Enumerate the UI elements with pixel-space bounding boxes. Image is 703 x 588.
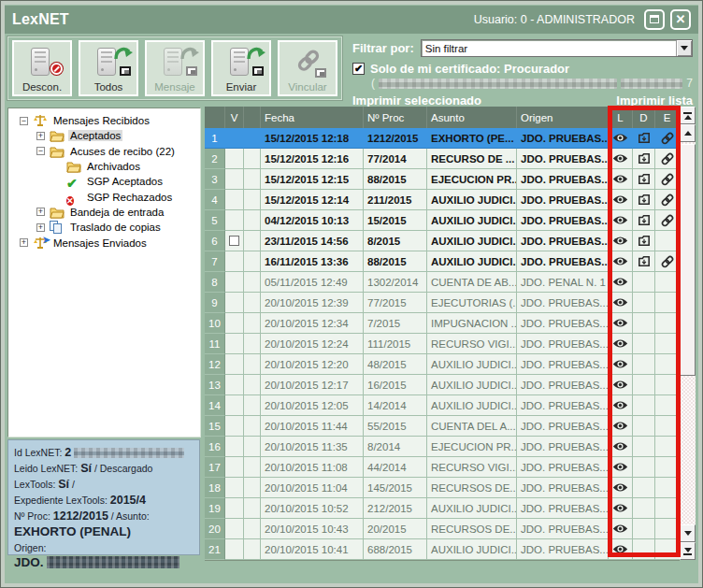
row-v-cell[interactable]	[225, 169, 244, 190]
download-message-icon[interactable]	[633, 457, 655, 478]
tree-expander[interactable]: +	[36, 132, 45, 140]
scroll-down-button[interactable]	[680, 524, 696, 542]
download-message-icon[interactable]	[633, 293, 655, 313]
tree-item-sgp-aceptados[interactable]: ✔ SGP Aceptados	[14, 174, 198, 189]
toolbar-button-mensaje[interactable]: Mensaje	[145, 40, 205, 96]
table-row[interactable]: 1 15/12/2015 12:18 1212/2015 EXHORTO (PE…	[205, 128, 680, 149]
view-message-icon[interactable]	[609, 478, 633, 498]
row-v-cell[interactable]	[225, 149, 244, 169]
table-row[interactable]: 12 20/10/2015 12:20 48/2015 AUXILIO JUDI…	[205, 354, 680, 375]
table-row[interactable]: 6 23/11/2015 14:56 8/2015 AUXILIO JUDICI…	[205, 231, 680, 251]
row-v-cell[interactable]	[225, 457, 244, 478]
table-row[interactable]: 5 04/12/2015 10:13 15/2015 AUXILIO JUDIC…	[205, 210, 680, 231]
link-attachment-icon[interactable]	[655, 128, 680, 149]
table-row[interactable]: 21 20/10/2015 10:41 688/2015 AUXILIO JUD…	[205, 539, 680, 560]
row-v-cell[interactable]	[225, 190, 244, 210]
link-attachment-icon[interactable]	[655, 354, 680, 375]
view-message-icon[interactable]	[609, 272, 633, 293]
view-message-icon[interactable]	[609, 395, 633, 416]
tree-item-traslado-de-copias[interactable]: + Traslado de copias	[14, 220, 198, 235]
scroll-up-button[interactable]	[680, 124, 696, 142]
view-message-icon[interactable]	[609, 354, 633, 375]
toolbar-button-descon[interactable]: Descon.	[12, 40, 72, 96]
row-v-cell[interactable]	[225, 519, 244, 539]
header-v[interactable]: V	[225, 107, 244, 128]
tree-expander[interactable]: −	[20, 117, 28, 125]
link-attachment-icon[interactable]	[655, 478, 680, 498]
link-attachment-icon[interactable]	[655, 395, 680, 416]
header-e[interactable]: E	[655, 107, 680, 128]
view-message-icon[interactable]	[609, 231, 633, 251]
link-attachment-icon[interactable]	[655, 251, 680, 272]
header-fecha[interactable]: Fecha	[261, 107, 364, 128]
download-message-icon[interactable]	[633, 149, 655, 169]
download-message-icon[interactable]	[633, 519, 655, 539]
tree-item-aceptados[interactable]: + Aceptados	[14, 128, 198, 143]
scroll-to-top-button[interactable]	[680, 107, 696, 124]
view-message-icon[interactable]	[609, 313, 633, 334]
table-row[interactable]: 2 15/12/2015 12:16 77/2014 RECURSO DE ..…	[205, 149, 680, 169]
header-origen[interactable]: Origen	[517, 107, 609, 128]
scroll-to-bottom-button[interactable]	[680, 542, 696, 560]
download-message-icon[interactable]	[633, 395, 655, 416]
tree-expander[interactable]: +	[36, 208, 45, 216]
link-attachment-icon[interactable]	[655, 313, 680, 334]
link-attachment-icon[interactable]	[655, 437, 680, 457]
tree-item-mensajes-enviados[interactable]: + ➤ Mensajes Enviados	[14, 235, 198, 250]
view-message-icon[interactable]	[609, 210, 633, 231]
header-l[interactable]: L	[609, 107, 633, 128]
view-message-icon[interactable]	[609, 149, 633, 169]
tree-item-acuses-de-recibo-22-[interactable]: − Acuses de recibo (22)	[14, 144, 198, 159]
view-message-icon[interactable]	[609, 251, 633, 272]
header-asunto[interactable]: Asunto	[427, 107, 517, 128]
view-message-icon[interactable]	[609, 519, 633, 539]
link-attachment-icon[interactable]	[655, 416, 680, 437]
table-row[interactable]: 4 15/12/2015 12:14 211/2015 AUXILIO JUDI…	[205, 190, 680, 210]
view-message-icon[interactable]	[609, 293, 633, 313]
download-message-icon[interactable]	[633, 169, 655, 190]
link-attachment-icon[interactable]	[655, 169, 680, 190]
view-message-icon[interactable]	[609, 128, 633, 149]
row-v-cell[interactable]	[225, 272, 244, 293]
close-button[interactable]: ✕	[670, 9, 691, 30]
table-row[interactable]: 16 20/10/2015 11:35 8/2014 EJECUCION PR.…	[205, 437, 680, 457]
download-message-icon[interactable]	[633, 313, 655, 334]
print-list-link[interactable]: Imprimir lista	[616, 93, 693, 108]
row-v-cell[interactable]	[225, 210, 244, 231]
view-message-icon[interactable]	[609, 539, 633, 560]
download-message-icon[interactable]	[633, 231, 655, 251]
view-message-icon[interactable]	[609, 498, 633, 519]
download-message-icon[interactable]	[633, 354, 655, 375]
row-v-cell[interactable]	[225, 395, 244, 416]
row-v-cell[interactable]	[225, 128, 244, 149]
row-v-cell[interactable]	[225, 231, 244, 251]
download-message-icon[interactable]	[633, 272, 655, 293]
download-message-icon[interactable]	[633, 128, 655, 149]
link-attachment-icon[interactable]	[655, 334, 680, 354]
download-message-icon[interactable]	[633, 190, 655, 210]
link-attachment-icon[interactable]	[655, 149, 680, 169]
download-message-icon[interactable]	[633, 416, 655, 437]
download-message-icon[interactable]	[633, 210, 655, 231]
table-row[interactable]: 15 20/10/2015 11:44 55/2015 CUENTA DEL A…	[205, 416, 680, 437]
row-v-cell[interactable]	[225, 251, 244, 272]
row-v-cell[interactable]	[225, 416, 244, 437]
maximize-button[interactable]	[644, 9, 665, 30]
view-message-icon[interactable]	[609, 334, 633, 354]
view-message-icon[interactable]	[609, 169, 633, 190]
row-v-cell[interactable]	[225, 354, 244, 375]
view-message-icon[interactable]	[609, 457, 633, 478]
link-attachment-icon[interactable]	[655, 375, 680, 395]
header-d[interactable]: D	[633, 107, 655, 128]
toolbar-button-enviar[interactable]: Enviar	[211, 40, 271, 96]
table-row[interactable]: 9 20/10/2015 12:39 77/2015 EJECUTORIAS (…	[205, 293, 680, 313]
print-selected-link[interactable]: Imprimir seleccionado	[352, 93, 481, 108]
table-row[interactable]: 3 15/12/2015 12:15 88/2015 EJECUCION PR.…	[205, 169, 680, 190]
table-row[interactable]: 13 20/10/2015 12:17 16/2015 AUXILIO JUDI…	[205, 375, 680, 395]
table-row[interactable]: 7 16/11/2015 13:36 88/2015 AUXILIO JUDIC…	[205, 251, 680, 272]
link-attachment-icon[interactable]	[655, 539, 680, 560]
view-message-icon[interactable]	[609, 190, 633, 210]
toolbar-button-vincular[interactable]: Vincular	[278, 40, 337, 96]
row-v-cell[interactable]	[225, 437, 244, 457]
toolbar-button-todos[interactable]: Todos	[79, 40, 138, 96]
